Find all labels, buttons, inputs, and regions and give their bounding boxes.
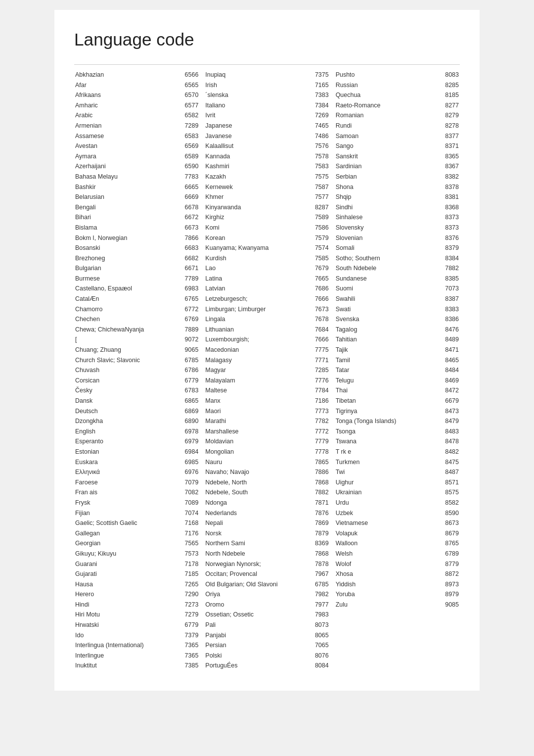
list-item: English6978 <box>74 426 199 437</box>
language-code: 6786 <box>179 365 198 376</box>
list-item: ´slenska7383 <box>204 90 329 100</box>
list-item: Limburgan; Limburger7673 <box>204 304 329 315</box>
language-code: 6865 <box>179 396 198 406</box>
language-name: Lithuanian <box>205 325 310 335</box>
list-item: Castellano, Espaæol6983 <box>74 284 199 294</box>
language-code: 6779 <box>179 376 198 386</box>
language-code: 8582 <box>440 498 459 508</box>
list-item: Sindhi8368 <box>335 202 460 213</box>
language-code: 7868 <box>310 549 329 559</box>
list-item: Macedonian7775 <box>204 345 329 355</box>
language-name: Brezhoneg <box>75 253 179 264</box>
language-code: 7073 <box>440 284 459 294</box>
list-item: Inuktitut7385 <box>74 661 199 671</box>
list-item: Avestan6569 <box>74 141 199 151</box>
language-name: Tigrinya <box>336 406 440 417</box>
language-code: 7279 <box>179 610 198 620</box>
language-code: 7289 <box>179 121 198 131</box>
language-code: 6590 <box>179 161 198 172</box>
language-code: 6983 <box>179 284 198 294</box>
list-item: Serbian8382 <box>335 172 460 182</box>
list-item: Rundi8278 <box>335 121 460 131</box>
language-code: 6678 <box>179 202 198 213</box>
language-code: 7383 <box>310 90 329 100</box>
language-code: 8973 <box>440 579 459 590</box>
list-item: Hiri Motu7279 <box>74 610 199 620</box>
language-name: Fijian <box>75 508 179 519</box>
language-code: 8482 <box>440 447 459 457</box>
language-name: Kuanyama; Kwanyama <box>205 243 310 253</box>
list-item: Oriya7982 <box>204 589 329 600</box>
list-item: Kashmiri7583 <box>204 161 329 172</box>
list-item: Gujarati7185 <box>74 569 199 579</box>
list-item: Česky6783 <box>74 385 199 396</box>
language-name: Telugu <box>336 376 440 386</box>
list-item: Dzongkha6890 <box>74 416 199 426</box>
language-code: 6978 <box>179 426 198 437</box>
language-code: 8872 <box>440 569 459 579</box>
column-2: Inupiaq7375Irish7165´slenska7383Italiano… <box>204 70 334 671</box>
list-item: Interlingue7365 <box>74 651 199 661</box>
language-code: 7882 <box>440 263 459 274</box>
language-code: 7375 <box>310 70 329 80</box>
list-item: Tajik8471 <box>335 345 460 355</box>
list-item: Hausa7265 <box>74 579 199 590</box>
language-name: Chamorro <box>75 304 179 315</box>
language-name: Svenska <box>336 314 440 325</box>
language-code: 7269 <box>310 110 329 121</box>
language-code: 7665 <box>310 274 329 284</box>
language-code: 6566 <box>179 70 198 80</box>
language-name: Thai <box>336 385 440 396</box>
language-name: Quechua <box>336 90 440 100</box>
list-item: Latvian7686 <box>204 284 329 294</box>
language-name: Luxembourgish; <box>205 334 310 345</box>
list-item: Chewa; ChichewaNyanja7889 <box>74 325 199 335</box>
list-item: Old Bulgarian; Old Slavoni6785 <box>204 579 329 590</box>
language-name: Abkhazian <box>75 70 179 80</box>
language-name: Kalaallisut <box>205 141 310 151</box>
language-code: 8384 <box>440 253 459 264</box>
language-code: 7666 <box>310 294 329 304</box>
list-item: Telugu8469 <box>335 376 460 386</box>
language-name: Volapuk <box>336 528 440 539</box>
language-name: Tajik <box>336 345 440 355</box>
language-name: Swati <box>336 304 440 315</box>
language-name: Church Slavic; Slavonic <box>75 355 179 366</box>
list-item: Uzbek8590 <box>335 508 460 519</box>
language-code: 7178 <box>179 559 198 569</box>
list-item: Occitan; Provencal7967 <box>204 569 329 579</box>
language-name: Shona <box>336 182 440 192</box>
language-code: 7576 <box>310 141 329 151</box>
list-item: Thai8472 <box>335 385 460 396</box>
list-item: Belarusian6669 <box>74 192 199 202</box>
language-code: 7082 <box>179 487 198 498</box>
language-code: 7165 <box>310 80 329 91</box>
language-name: Tatar <box>336 365 440 376</box>
list-item: Maltese7784 <box>204 385 329 396</box>
language-code: 6672 <box>179 212 198 223</box>
list-item: Gallegan7176 <box>74 528 199 539</box>
language-code: 8379 <box>440 243 459 253</box>
list-item: Tonga (Tonga Islands)8479 <box>335 416 460 426</box>
language-name: PortuguÉes <box>205 661 310 671</box>
language-name: Burmese <box>75 274 179 284</box>
language-name: Ndebele, South <box>205 487 310 498</box>
language-name: Norsk <box>205 528 310 539</box>
language-code: 6769 <box>179 314 198 325</box>
language-code: 7686 <box>310 284 329 294</box>
title-divider <box>74 64 460 65</box>
language-name: Arabic <box>75 110 179 121</box>
list-item: Norwegian Nynorsk;7878 <box>204 559 329 569</box>
list-item: Panjabi8065 <box>204 630 329 641</box>
language-code: 6979 <box>179 436 198 447</box>
list-item: Shqip8381 <box>335 192 460 202</box>
language-code: 7882 <box>310 487 329 498</box>
list-item: Tagalog8476 <box>335 325 460 335</box>
language-code: 8765 <box>440 538 459 549</box>
language-name: Tonga (Tonga Islands) <box>336 416 440 426</box>
language-code: 8365 <box>440 151 459 162</box>
language-name: Bengali <box>75 202 179 213</box>
list-item: Tigrinya8473 <box>335 406 460 417</box>
language-name: Oromo <box>205 600 310 610</box>
list-item: Assamese6583 <box>74 131 199 142</box>
